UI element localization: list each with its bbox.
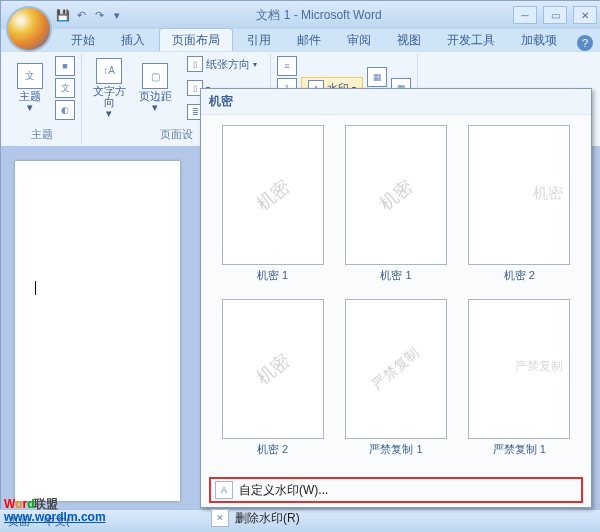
qat-dropdown-icon[interactable]: ▾	[109, 7, 125, 23]
custom-watermark-item[interactable]: A自定义水印(W)...	[209, 477, 583, 503]
tab-references[interactable]: 引用	[235, 29, 283, 51]
orientation-button[interactable]: ▯纸张方向▾	[180, 53, 264, 75]
tab-page-layout[interactable]: 页面布局	[159, 28, 233, 51]
office-button[interactable]	[6, 6, 52, 52]
theme-fonts-icon[interactable]: 文	[55, 78, 75, 98]
dropdown-section-header: 机密	[201, 89, 591, 115]
gallery-item[interactable]: 机密机密 2	[462, 125, 577, 291]
titlebar: 💾 ↶ ↷ ▾ 文档 1 - Microsoft Word ─ ▭ ✕	[1, 1, 600, 29]
document-page[interactable]	[15, 161, 180, 501]
themes-button[interactable]: 文 主题▾	[9, 56, 51, 120]
margins-icon: ▢	[142, 63, 168, 89]
theme-colors-icon[interactable]: ■	[55, 56, 75, 76]
tab-insert[interactable]: 插入	[109, 29, 157, 51]
text-direction-button[interactable]: ↕A 文字方向▾	[88, 56, 130, 120]
gallery-item[interactable]: 机密机密 1	[215, 125, 330, 291]
theme-effects-icon[interactable]: ◐	[55, 100, 75, 120]
breaks-icon[interactable]: ≡	[277, 56, 297, 76]
margins-button[interactable]: ▢ 页边距▾	[134, 56, 176, 120]
watermark-dropdown: 机密 机密机密 1 机密机密 1 机密机密 2 机密机密 2 严禁复制严禁复制 …	[200, 88, 592, 508]
source-watermark: Word联盟 www.wordlm.com	[4, 498, 106, 524]
page-color-icon[interactable]: ▦	[367, 67, 387, 87]
remove-watermark-icon: ✕	[211, 509, 229, 527]
tab-addins[interactable]: 加载项	[509, 29, 569, 51]
custom-watermark-icon: A	[215, 481, 233, 499]
text-direction-icon: ↕A	[96, 58, 122, 84]
orientation-icon: ▯	[187, 56, 203, 72]
text-cursor	[35, 281, 36, 295]
group-themes: 文 主题▾ ■ 文 ◐ 主题	[3, 54, 82, 144]
theme-options: ■ 文 ◐	[55, 56, 75, 120]
gallery-item[interactable]: 机密机密 1	[338, 125, 453, 291]
minimize-button[interactable]: ─	[513, 6, 537, 24]
tab-review[interactable]: 审阅	[335, 29, 383, 51]
help-button[interactable]: ?	[577, 35, 593, 51]
window-title: 文档 1 - Microsoft Word	[125, 7, 513, 24]
close-button[interactable]: ✕	[573, 6, 597, 24]
tab-home[interactable]: 开始	[59, 29, 107, 51]
tab-mailings[interactable]: 邮件	[285, 29, 333, 51]
ribbon-tabs: 开始 插入 页面布局 引用 邮件 审阅 视图 开发工具 加载项 ?	[1, 29, 600, 51]
save-icon[interactable]: 💾	[55, 7, 71, 23]
tab-view[interactable]: 视图	[385, 29, 433, 51]
redo-icon[interactable]: ↷	[91, 7, 107, 23]
maximize-button[interactable]: ▭	[543, 6, 567, 24]
window-controls: ─ ▭ ✕	[513, 6, 597, 24]
gallery-item[interactable]: 机密机密 2	[215, 299, 330, 465]
watermark-gallery: 机密机密 1 机密机密 1 机密机密 2 机密机密 2 严禁复制严禁复制 1 严…	[201, 115, 591, 475]
remove-watermark-item[interactable]: ✕删除水印(R)	[201, 505, 591, 531]
undo-icon[interactable]: ↶	[73, 7, 89, 23]
gallery-item[interactable]: 严禁复制严禁复制 1	[338, 299, 453, 465]
group-label-themes: 主题	[9, 127, 75, 142]
tab-developer[interactable]: 开发工具	[435, 29, 507, 51]
gallery-item[interactable]: 严禁复制严禁复制 1	[462, 299, 577, 465]
themes-icon: 文	[17, 63, 43, 89]
